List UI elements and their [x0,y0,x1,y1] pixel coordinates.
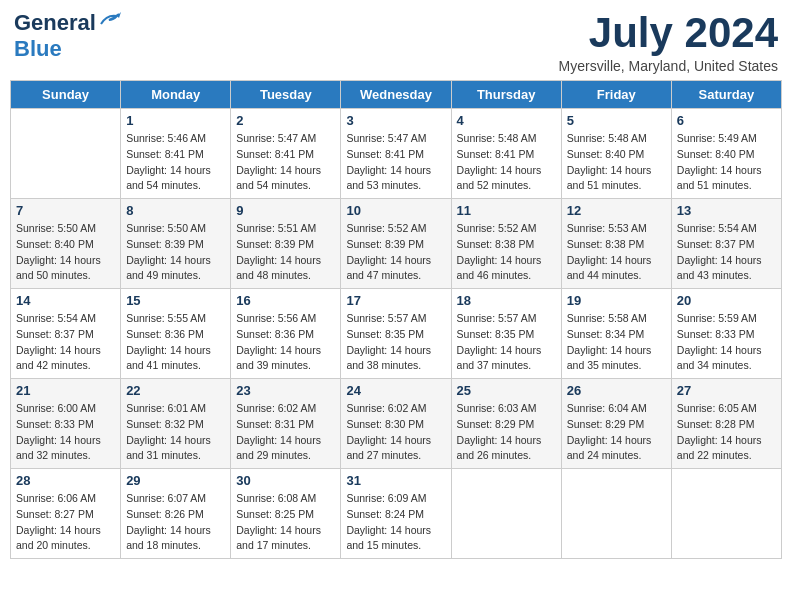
calendar-cell: 25Sunrise: 6:03 AM Sunset: 8:29 PM Dayli… [451,379,561,469]
day-info: Sunrise: 6:01 AM Sunset: 8:32 PM Dayligh… [126,401,225,464]
day-number: 22 [126,383,225,398]
calendar-header-row: SundayMondayTuesdayWednesdayThursdayFrid… [11,81,782,109]
calendar-cell: 22Sunrise: 6:01 AM Sunset: 8:32 PM Dayli… [121,379,231,469]
day-number: 27 [677,383,776,398]
day-info: Sunrise: 5:46 AM Sunset: 8:41 PM Dayligh… [126,131,225,194]
column-header-sunday: Sunday [11,81,121,109]
day-number: 29 [126,473,225,488]
calendar-cell: 7Sunrise: 5:50 AM Sunset: 8:40 PM Daylig… [11,199,121,289]
day-number: 17 [346,293,445,308]
day-info: Sunrise: 6:05 AM Sunset: 8:28 PM Dayligh… [677,401,776,464]
column-header-thursday: Thursday [451,81,561,109]
calendar-week-row: 1Sunrise: 5:46 AM Sunset: 8:41 PM Daylig… [11,109,782,199]
day-info: Sunrise: 5:54 AM Sunset: 8:37 PM Dayligh… [677,221,776,284]
day-info: Sunrise: 5:52 AM Sunset: 8:38 PM Dayligh… [457,221,556,284]
logo-blue: Blue [14,36,62,61]
day-info: Sunrise: 5:48 AM Sunset: 8:41 PM Dayligh… [457,131,556,194]
day-info: Sunrise: 5:52 AM Sunset: 8:39 PM Dayligh… [346,221,445,284]
calendar-cell [11,109,121,199]
calendar-cell: 18Sunrise: 5:57 AM Sunset: 8:35 PM Dayli… [451,289,561,379]
day-number: 16 [236,293,335,308]
day-number: 20 [677,293,776,308]
column-header-friday: Friday [561,81,671,109]
day-info: Sunrise: 6:03 AM Sunset: 8:29 PM Dayligh… [457,401,556,464]
day-number: 1 [126,113,225,128]
day-info: Sunrise: 6:02 AM Sunset: 8:30 PM Dayligh… [346,401,445,464]
day-number: 25 [457,383,556,398]
logo: General Blue [14,10,121,62]
day-number: 18 [457,293,556,308]
calendar-cell: 1Sunrise: 5:46 AM Sunset: 8:41 PM Daylig… [121,109,231,199]
calendar-cell [561,469,671,559]
location-text: Myersville, Maryland, United States [559,58,778,74]
calendar-cell: 27Sunrise: 6:05 AM Sunset: 8:28 PM Dayli… [671,379,781,469]
page-header: General Blue July 2024 Myersville, Maryl… [10,10,782,74]
day-info: Sunrise: 6:07 AM Sunset: 8:26 PM Dayligh… [126,491,225,554]
calendar-cell: 6Sunrise: 5:49 AM Sunset: 8:40 PM Daylig… [671,109,781,199]
calendar-cell: 29Sunrise: 6:07 AM Sunset: 8:26 PM Dayli… [121,469,231,559]
day-info: Sunrise: 6:09 AM Sunset: 8:24 PM Dayligh… [346,491,445,554]
calendar-cell: 19Sunrise: 5:58 AM Sunset: 8:34 PM Dayli… [561,289,671,379]
logo-general: General [14,10,96,36]
column-header-wednesday: Wednesday [341,81,451,109]
day-info: Sunrise: 6:00 AM Sunset: 8:33 PM Dayligh… [16,401,115,464]
day-info: Sunrise: 5:53 AM Sunset: 8:38 PM Dayligh… [567,221,666,284]
calendar-cell: 2Sunrise: 5:47 AM Sunset: 8:41 PM Daylig… [231,109,341,199]
day-number: 15 [126,293,225,308]
calendar-cell: 17Sunrise: 5:57 AM Sunset: 8:35 PM Dayli… [341,289,451,379]
day-number: 10 [346,203,445,218]
day-info: Sunrise: 5:48 AM Sunset: 8:40 PM Dayligh… [567,131,666,194]
day-info: Sunrise: 5:51 AM Sunset: 8:39 PM Dayligh… [236,221,335,284]
column-header-tuesday: Tuesday [231,81,341,109]
day-info: Sunrise: 5:58 AM Sunset: 8:34 PM Dayligh… [567,311,666,374]
day-number: 13 [677,203,776,218]
month-year-title: July 2024 [559,10,778,56]
day-info: Sunrise: 5:54 AM Sunset: 8:37 PM Dayligh… [16,311,115,374]
day-info: Sunrise: 5:56 AM Sunset: 8:36 PM Dayligh… [236,311,335,374]
calendar-week-row: 7Sunrise: 5:50 AM Sunset: 8:40 PM Daylig… [11,199,782,289]
column-header-monday: Monday [121,81,231,109]
day-number: 31 [346,473,445,488]
day-info: Sunrise: 5:59 AM Sunset: 8:33 PM Dayligh… [677,311,776,374]
day-info: Sunrise: 5:50 AM Sunset: 8:40 PM Dayligh… [16,221,115,284]
day-number: 14 [16,293,115,308]
day-info: Sunrise: 6:04 AM Sunset: 8:29 PM Dayligh… [567,401,666,464]
day-number: 28 [16,473,115,488]
logo-bird-icon [99,12,121,28]
calendar-cell: 3Sunrise: 5:47 AM Sunset: 8:41 PM Daylig… [341,109,451,199]
calendar-week-row: 28Sunrise: 6:06 AM Sunset: 8:27 PM Dayli… [11,469,782,559]
calendar-cell: 13Sunrise: 5:54 AM Sunset: 8:37 PM Dayli… [671,199,781,289]
day-number: 21 [16,383,115,398]
calendar-cell: 20Sunrise: 5:59 AM Sunset: 8:33 PM Dayli… [671,289,781,379]
day-info: Sunrise: 5:55 AM Sunset: 8:36 PM Dayligh… [126,311,225,374]
day-info: Sunrise: 5:50 AM Sunset: 8:39 PM Dayligh… [126,221,225,284]
day-info: Sunrise: 5:47 AM Sunset: 8:41 PM Dayligh… [236,131,335,194]
day-number: 19 [567,293,666,308]
day-info: Sunrise: 5:57 AM Sunset: 8:35 PM Dayligh… [346,311,445,374]
calendar-cell [451,469,561,559]
calendar-cell: 28Sunrise: 6:06 AM Sunset: 8:27 PM Dayli… [11,469,121,559]
calendar-table: SundayMondayTuesdayWednesdayThursdayFrid… [10,80,782,559]
day-info: Sunrise: 6:06 AM Sunset: 8:27 PM Dayligh… [16,491,115,554]
calendar-cell: 15Sunrise: 5:55 AM Sunset: 8:36 PM Dayli… [121,289,231,379]
calendar-week-row: 21Sunrise: 6:00 AM Sunset: 8:33 PM Dayli… [11,379,782,469]
day-number: 12 [567,203,666,218]
day-number: 24 [346,383,445,398]
calendar-cell: 16Sunrise: 5:56 AM Sunset: 8:36 PM Dayli… [231,289,341,379]
day-number: 30 [236,473,335,488]
day-info: Sunrise: 5:49 AM Sunset: 8:40 PM Dayligh… [677,131,776,194]
calendar-cell: 24Sunrise: 6:02 AM Sunset: 8:30 PM Dayli… [341,379,451,469]
title-section: July 2024 Myersville, Maryland, United S… [559,10,778,74]
calendar-cell: 14Sunrise: 5:54 AM Sunset: 8:37 PM Dayli… [11,289,121,379]
day-number: 8 [126,203,225,218]
calendar-cell: 30Sunrise: 6:08 AM Sunset: 8:25 PM Dayli… [231,469,341,559]
day-number: 2 [236,113,335,128]
calendar-cell: 11Sunrise: 5:52 AM Sunset: 8:38 PM Dayli… [451,199,561,289]
calendar-cell: 10Sunrise: 5:52 AM Sunset: 8:39 PM Dayli… [341,199,451,289]
calendar-cell: 5Sunrise: 5:48 AM Sunset: 8:40 PM Daylig… [561,109,671,199]
day-info: Sunrise: 6:08 AM Sunset: 8:25 PM Dayligh… [236,491,335,554]
calendar-cell [671,469,781,559]
day-number: 26 [567,383,666,398]
calendar-cell: 9Sunrise: 5:51 AM Sunset: 8:39 PM Daylig… [231,199,341,289]
calendar-cell: 12Sunrise: 5:53 AM Sunset: 8:38 PM Dayli… [561,199,671,289]
